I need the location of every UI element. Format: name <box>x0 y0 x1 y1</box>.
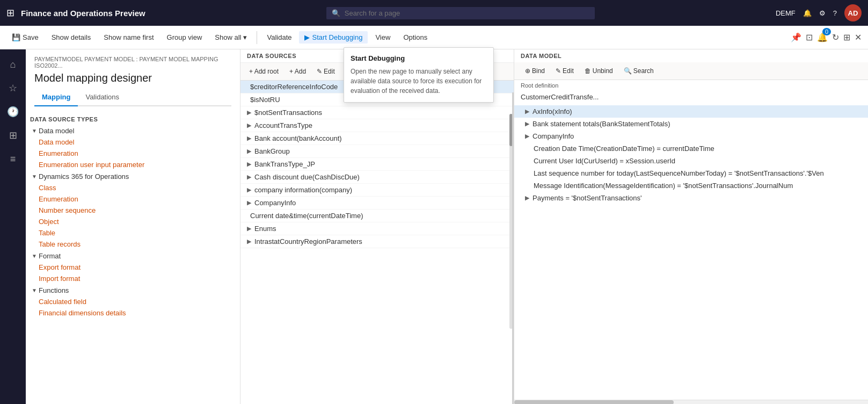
ds-item-company-info-2[interactable]: ▶ CompanyInfo <box>240 197 514 210</box>
badge-icon[interactable]: 0🔔 <box>817 32 828 42</box>
expand-bank-account: ▶ <box>247 135 251 142</box>
close-icon[interactable]: ✕ <box>855 32 862 42</box>
expand-d365[interactable]: ▼ <box>30 172 39 181</box>
refresh-icon[interactable]: ↻ <box>832 32 839 42</box>
expand-icon[interactable]: ⊡ <box>806 32 813 42</box>
tree-item-import-format[interactable]: Import format <box>26 273 240 284</box>
avatar[interactable]: AD <box>844 4 862 21</box>
add-root-button[interactable]: + Add root <box>245 66 283 77</box>
validate-button[interactable]: Validate <box>261 31 297 44</box>
ds-item-bank-group[interactable]: ▶ BankGroup <box>240 145 514 158</box>
dm-item-companyinfo[interactable]: ▶ CompanyInfo <box>514 130 868 142</box>
ds-item-bank-trans[interactable]: ▶ BankTransType_JP <box>240 158 514 171</box>
tree-item-financial-dimensions[interactable]: Financial dimensions details <box>26 307 240 319</box>
tab-mapping[interactable]: Mapping <box>34 89 78 106</box>
ds-item-intrastat[interactable]: ▶ IntrastatCountryRegionParameters <box>240 235 514 248</box>
right-panel: DATA MODEL ⊕ Bind ✎ Edit 🗑 Unbind 🔍 Sear… <box>514 49 868 404</box>
ds-item-cash-discount[interactable]: ▶ Cash discount due(CashDiscDue) <box>240 171 514 184</box>
tree-item-number-sequence[interactable]: Number sequence <box>26 205 240 216</box>
start-debugging-button[interactable]: ▶ Start Debugging <box>299 31 368 44</box>
grid-icon[interactable]: ⊞ <box>6 7 14 19</box>
settings-icon[interactable]: ⚙ <box>819 9 826 17</box>
edit-ds-button[interactable]: ✎ Edit <box>312 66 339 77</box>
dm-item-current-user[interactable]: Current User Id(CurUserId) = xSession.us… <box>514 155 868 167</box>
expand-payments: ▶ <box>525 194 529 201</box>
root-definition-value: CustomerCreditTransfe... <box>514 91 868 105</box>
dm-item-creation-date[interactable]: Creation Date Time(CreationDateTime) = c… <box>514 142 868 155</box>
dm-item-axinfo[interactable]: ▶ AxInfo(xInfo) <box>514 105 868 118</box>
search-box[interactable]: 🔍 <box>326 7 595 19</box>
tree-item-table[interactable]: Table <box>26 227 240 239</box>
expand-format[interactable]: ▼ <box>30 251 39 260</box>
dm-list: ▶ AxInfo(xInfo) ▶ Bank statement totals(… <box>514 105 868 400</box>
toolbar-right: 📌 ⊡ 0🔔 ↻ ⊞ ✕ <box>791 32 862 42</box>
tree-item-calculated-field[interactable]: Calculated field <box>26 296 240 307</box>
tree-item-data-model[interactable]: Data model <box>26 136 240 148</box>
tab-validations[interactable]: Validations <box>78 89 127 106</box>
expand-bank-group: ▶ <box>247 148 251 155</box>
app-title: Finance and Operations Preview <box>21 9 145 18</box>
options-button[interactable]: Options <box>398 31 433 44</box>
nav-recent[interactable]: 🕐 <box>2 101 24 122</box>
save-button[interactable]: 💾 Save <box>6 31 44 44</box>
tree-item-export-format[interactable]: Export format <box>26 262 240 273</box>
tree-item-object[interactable]: Object <box>26 216 240 227</box>
help-icon[interactable]: ? <box>833 9 837 17</box>
ds-item-company-info[interactable]: ▶ company information(company) <box>240 184 514 197</box>
bell-icon[interactable]: 🔔 <box>803 9 812 17</box>
middle-splitter[interactable] <box>512 92 514 404</box>
search-input[interactable] <box>345 9 589 17</box>
tree-item-d365-parent[interactable]: ▼ Dynamics 365 for Operations <box>26 170 240 182</box>
expand-bank-trans: ▶ <box>247 161 251 168</box>
nav-list[interactable]: ≡ <box>2 148 24 170</box>
pin-icon[interactable]: 📌 <box>791 32 801 42</box>
tree-item-enumeration-user[interactable]: Enumeration user input parameter <box>26 159 240 170</box>
open-icon[interactable]: ⊞ <box>843 32 850 42</box>
dm-item-message-id[interactable]: Message Identification(MessageIdentifica… <box>514 179 868 192</box>
bind-icon: ⊕ <box>525 67 530 75</box>
search-dm-button[interactable]: 🔍 Search <box>619 66 658 76</box>
dm-scrollbar-thumb[interactable] <box>514 400 674 404</box>
expand-axinfo: ▶ <box>525 108 529 115</box>
nav-star[interactable]: ☆ <box>2 77 24 99</box>
show-details-button[interactable]: Show details <box>46 31 97 44</box>
ds-item-enums[interactable]: ▶ Enums <box>240 222 514 235</box>
show-name-first-button[interactable]: Show name first <box>98 31 159 44</box>
add-button[interactable]: + Add <box>285 66 310 77</box>
dm-item-payments[interactable]: ▶ Payments = '$notSentTransactions' <box>514 192 868 204</box>
tree-item-class[interactable]: Class <box>26 182 240 193</box>
datasource-section: DATA SOURCE TYPES ▼ Data model Data mode… <box>26 110 240 404</box>
ds-item-notsent[interactable]: ▶ $notSentTransactions <box>240 106 514 119</box>
expand-data-model[interactable]: ▼ <box>30 126 39 135</box>
tree-item-data-model-parent[interactable]: ▼ Data model <box>26 125 240 136</box>
nav-home[interactable]: ⌂ <box>2 54 24 75</box>
expand-notsent: ▶ <box>247 109 251 116</box>
tree-item-table-records[interactable]: Table records <box>26 239 240 250</box>
dm-item-last-sequence[interactable]: Last sequence number for today(LastSeque… <box>514 167 868 179</box>
dm-item-bank-statement[interactable]: ▶ Bank statement totals(BankStatementTot… <box>514 118 868 130</box>
expand-functions[interactable]: ▼ <box>30 286 39 294</box>
chevron-down-icon: ▾ <box>243 33 247 41</box>
expand-account-trans: ▶ <box>247 122 251 129</box>
tree-item-format-parent[interactable]: ▼ Format <box>26 250 240 262</box>
expand-intrastat: ▶ <box>247 238 251 245</box>
ds-item-current-datetime[interactable]: Current date&time(currentDateTime) <box>240 210 514 222</box>
group-view-button[interactable]: Group view <box>162 31 208 44</box>
ds-item-account-trans[interactable]: ▶ AccountTransType <box>240 119 514 132</box>
tree-item-enumeration[interactable]: Enumeration <box>26 148 240 159</box>
middle-panel: DATA SOURCES + Add root + Add ✎ Edit 🗑 D… <box>240 49 514 404</box>
edit-dm-button[interactable]: ✎ Edit <box>551 66 578 76</box>
view-button[interactable]: View <box>370 31 396 44</box>
main-content: PAYMENTMODEL PAYMENT MODEL : PAYMENT MOD… <box>26 49 868 404</box>
nav-grid[interactable]: ⊞ <box>2 125 24 146</box>
unbind-button[interactable]: 🗑 Unbind <box>580 66 617 76</box>
tree-item-functions-parent[interactable]: ▼ Functions <box>26 284 240 296</box>
left-panel: PAYMENTMODEL PAYMENT MODEL : PAYMENT MOD… <box>26 49 240 404</box>
show-all-button[interactable]: Show all ▾ <box>209 31 252 44</box>
tabs: Mapping Validations <box>34 89 231 106</box>
bind-button[interactable]: ⊕ Bind <box>521 66 549 76</box>
dm-scrollbar[interactable] <box>514 400 868 404</box>
tree-item-enumeration-2[interactable]: Enumeration <box>26 193 240 205</box>
user-label: DEMF <box>776 9 796 17</box>
ds-item-bank-account[interactable]: ▶ Bank account(bankAccount) <box>240 132 514 145</box>
